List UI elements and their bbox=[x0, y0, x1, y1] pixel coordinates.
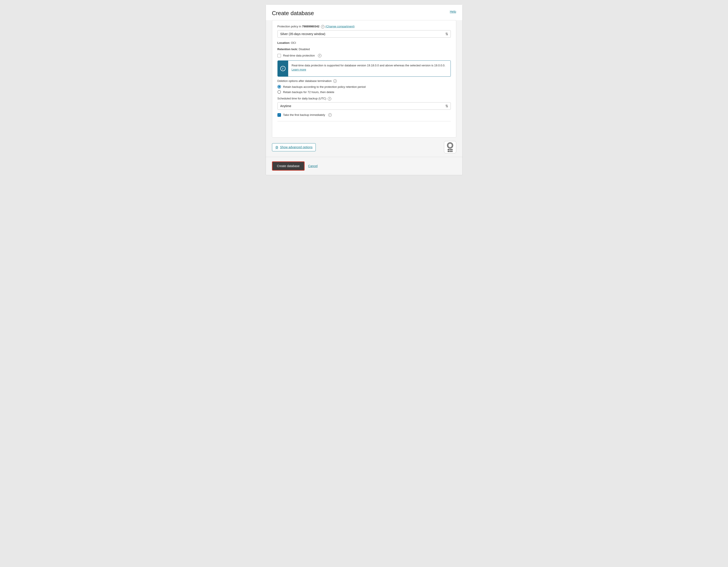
protection-policy-section: Protection policy in 79889980342 i (Chan… bbox=[277, 25, 451, 38]
page-header: Create database Help bbox=[266, 5, 462, 20]
deletion-options-label: Deletion options after database terminat… bbox=[277, 79, 451, 83]
retention-lock-row: Retention lock: Disabled bbox=[277, 47, 451, 51]
help-link[interactable]: Help bbox=[450, 10, 456, 13]
info-banner-message: Real-time data protection is supported f… bbox=[292, 64, 445, 67]
scheduled-backup-section: Scheduled time for daily backup (UTC) i … bbox=[277, 97, 451, 110]
cancel-button[interactable]: Cancel bbox=[308, 164, 318, 168]
scheduled-backup-select-wrapper: Anytime 00:00 06:00 12:00 18:00 ⇅ bbox=[277, 102, 451, 110]
compartment-id: 79889980342 bbox=[302, 25, 319, 28]
page-wrapper: Create database Help Protection policy i… bbox=[266, 4, 463, 175]
change-compartment-link[interactable]: (Change compartment) bbox=[325, 25, 355, 28]
location-value: OCI bbox=[291, 41, 296, 44]
learn-more-link[interactable]: Learn more bbox=[292, 68, 306, 71]
location-label: Location: bbox=[277, 41, 290, 44]
real-time-checkbox[interactable] bbox=[277, 54, 281, 57]
first-backup-label: Take the first backup immediately bbox=[283, 113, 325, 116]
deletion-options-section: Deletion options after database terminat… bbox=[277, 79, 451, 94]
deletion-option-1-label: Retain backups according to the protecti… bbox=[283, 85, 366, 88]
support-dots-icon bbox=[448, 149, 453, 152]
info-banner-text: Real-time data protection is supported f… bbox=[288, 61, 451, 74]
deletion-option-1-radio[interactable] bbox=[277, 85, 281, 88]
advanced-options-icon: ⚙ bbox=[275, 145, 278, 149]
info-icon-realtime[interactable]: i bbox=[318, 54, 321, 57]
info-icon-backup[interactable]: i bbox=[328, 97, 331, 100]
page-title: Create database bbox=[272, 10, 314, 17]
footer-actions: Create database Cancel bbox=[266, 157, 462, 175]
info-icon-first-backup[interactable]: i bbox=[328, 113, 332, 117]
retention-lock-label: Retention lock: bbox=[277, 47, 298, 51]
real-time-protection-row: Real-time data protection i bbox=[277, 54, 451, 57]
show-advanced-button[interactable]: ⚙ Show advanced options bbox=[272, 143, 316, 151]
support-widget[interactable] bbox=[444, 141, 456, 153]
real-time-label: Real-time data protection bbox=[283, 54, 315, 57]
main-content: Protection policy in 79889980342 i (Chan… bbox=[272, 20, 456, 137]
create-database-button[interactable]: Create database bbox=[272, 161, 305, 171]
protection-policy-select-wrapper: Silver (35-days recovery window) Bronze … bbox=[277, 30, 451, 38]
support-circle-icon bbox=[447, 142, 453, 148]
deletion-option-2-row: Retain backups for 72 hours, then delete bbox=[277, 90, 451, 94]
info-banner: i Real-time data protection is supported… bbox=[277, 60, 451, 77]
info-icon-deletion[interactable]: i bbox=[333, 79, 337, 83]
scheduled-backup-select[interactable]: Anytime 00:00 06:00 12:00 18:00 bbox=[277, 102, 451, 110]
info-icon-protection[interactable]: i bbox=[321, 25, 325, 28]
protection-policy-select[interactable]: Silver (35-days recovery window) Bronze … bbox=[277, 30, 451, 38]
card-bottom-separator bbox=[277, 121, 451, 121]
info-banner-icon-circle: i bbox=[280, 66, 286, 71]
location-row: Location: OCI bbox=[277, 41, 451, 44]
info-banner-icon-bg: i bbox=[278, 61, 288, 76]
deletion-option-2-label: Retain backups for 72 hours, then delete bbox=[283, 90, 334, 94]
bottom-actions: ⚙ Show advanced options bbox=[266, 137, 462, 157]
show-advanced-label: Show advanced options bbox=[280, 145, 313, 149]
protection-policy-label: Protection policy in 79889980342 i (Chan… bbox=[277, 25, 451, 28]
deletion-option-1-row: Retain backups according to the protecti… bbox=[277, 85, 451, 88]
first-backup-row: ✓ Take the first backup immediately i bbox=[277, 113, 451, 117]
retention-lock-value: Disabled bbox=[299, 47, 310, 51]
scheduled-backup-label: Scheduled time for daily backup (UTC) i bbox=[277, 97, 451, 100]
deletion-option-2-radio[interactable] bbox=[277, 90, 281, 94]
first-backup-checkbox[interactable]: ✓ bbox=[277, 113, 281, 117]
